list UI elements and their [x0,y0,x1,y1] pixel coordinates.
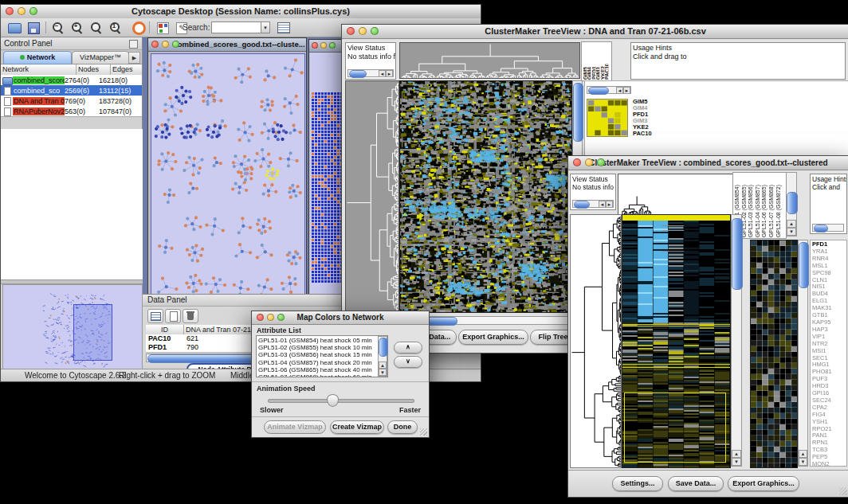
close-icon[interactable] [573,158,581,166]
zoom-window-icon[interactable] [29,7,37,15]
zoom-window-icon[interactable] [277,314,285,321]
tv1-heatmap-canvas[interactable] [399,80,572,313]
tab-overflow-icon[interactable]: ▶ [128,52,140,64]
close-icon[interactable] [6,7,14,15]
scroll-left-icon[interactable]: ◄ [599,201,606,208]
scroll-up-icon[interactable]: ▲ [787,220,796,228]
search-dropdown-icon[interactable]: ▼ [261,21,270,33]
attribute-grid-icon[interactable] [147,309,163,323]
scrollbar-thumb[interactable] [574,201,590,209]
scroll-down-icon[interactable]: ▼ [732,458,741,466]
tv2-top-vscrollbar[interactable]: ▲ ▼ [786,172,797,236]
network-overview-canvas[interactable] [2,284,143,374]
zoom-in-icon[interactable]: + [71,21,83,33]
animate-vizmap-button[interactable]: Animate Vizmap [264,420,326,434]
attribute-list-item[interactable]: GPL51-04 (GSM857) heat shock 20 min [258,359,386,366]
scrollbar-thumb[interactable] [732,218,743,290]
zoom-out-icon[interactable]: − [52,21,64,33]
scroll-up-icon[interactable]: ▲ [799,450,807,458]
attribute-list-item[interactable]: GPL51-01 (GSM854) heat shock 05 min [258,337,386,344]
scroll-left-icon[interactable]: ◄ [616,87,623,94]
dialog-titlebar[interactable]: Map Colors to Network [252,311,429,325]
scroll-right-icon[interactable]: ► [386,70,393,77]
attribute-list-vscrollbar[interactable]: ▲ ▼ [378,336,387,377]
zoom-selected-icon[interactable] [90,21,102,33]
minimize-icon[interactable] [267,314,274,321]
vizmapper-icon[interactable] [154,21,171,35]
zoom-window-icon[interactable] [172,41,179,48]
scrollbar-thumb[interactable] [573,83,583,142]
scroll-left-icon[interactable]: ◄ [379,70,386,77]
close-icon[interactable] [312,42,318,49]
network-row[interactable]: combined_sco2569(6)13112(15) [1,85,142,96]
tv1-zoom-thumbnail[interactable] [587,99,628,137]
scroll-down-icon[interactable]: ▼ [787,228,796,236]
speed-slider-thumb[interactable] [327,394,339,407]
scroll-up-icon[interactable]: ▲ [379,361,387,369]
tv1-thumb-hscrollbar[interactable]: ◄ ► [587,86,631,94]
tv2-heatmap-canvas[interactable] [622,214,731,468]
scrollbar-thumb[interactable] [787,192,798,214]
resize-grip[interactable] [839,487,847,495]
import-table-icon[interactable] [275,21,292,35]
minimize-icon[interactable] [162,41,169,48]
float-panel-icon[interactable] [129,40,138,49]
main-titlebar[interactable]: Cytoscape Desktop (Session Name: collins… [1,5,481,19]
tv2-status-hscrollbar[interactable]: ◄ ► [572,200,614,208]
close-icon[interactable] [151,41,159,48]
tv1-status-hscrollbar[interactable]: ◄ ► [347,69,394,77]
done-button[interactable]: Done [387,420,418,434]
zoom-fit-icon[interactable]: 1 [109,21,121,33]
network-row[interactable]: combined_scores2764(0)16218(0) [1,75,142,85]
attribute-list-item[interactable]: GPL51-07 (GSM868) heat shock 60 min [258,373,386,377]
gene-label[interactable]: MON2 [812,461,846,468]
treeview1-titlebar[interactable]: ClusterMaker TreeView : DNA and Tran 07-… [342,25,848,39]
scrollbar-thumb[interactable] [588,87,609,95]
resize-grip[interactable] [420,428,427,436]
tv2-row-dendrogram[interactable] [570,214,622,468]
zoom-window-icon[interactable] [329,42,336,49]
scrollbar-thumb[interactable] [814,225,828,232]
network-row[interactable]: RNAPuberNov2+!563(0)107847(0) [1,106,142,116]
save-icon[interactable] [25,21,42,35]
speed-slider-track[interactable] [268,399,414,403]
tv2-export-graphics-button[interactable]: Export Graphics... [728,476,799,491]
attribute-list[interactable]: GPL51-01 (GSM854) heat shock 05 minGPL51… [256,335,388,377]
delete-attribute-icon[interactable] [183,309,198,323]
search-input[interactable] [211,21,262,33]
move-down-button[interactable]: ∨ [394,356,422,368]
tv2-pixel-vscrollbar[interactable]: ▲ ▼ [798,240,808,467]
tab-network[interactable]: Network [3,51,72,64]
gene-label[interactable]: PAC10 [633,131,669,137]
move-up-button[interactable]: ∧ [394,342,422,354]
new-attribute-icon[interactable] [165,309,181,323]
scroll-down-icon[interactable]: ▼ [379,369,387,376]
attribute-list-item[interactable]: GPL51-03 (GSM856) heat shock 15 min [258,351,386,358]
zoom-window-icon[interactable] [371,27,379,35]
treeview2-titlebar[interactable]: ClusterMaker TreeView : combined_scores_… [568,156,848,170]
help-ring-icon[interactable] [130,21,147,35]
tv2-hints-hscrollbar[interactable] [812,224,844,232]
minimize-icon[interactable] [585,158,593,166]
tv1-row-dendrogram[interactable] [345,80,399,313]
zoom-window-icon[interactable] [597,158,605,166]
minimize-icon[interactable] [18,7,26,15]
scroll-up-icon[interactable]: ▲ [732,450,741,458]
tab-vizmapper[interactable]: VizMapper™ [72,51,129,64]
create-vizmap-button[interactable]: Create Vizmap [330,420,384,434]
scroll-right-icon[interactable]: ► [606,201,613,208]
minimize-icon[interactable] [320,42,327,49]
attribute-list-item[interactable]: GPL51-02 (GSM855) heat shock 10 min [258,344,386,351]
open-file-icon[interactable] [6,21,23,35]
minimize-icon[interactable] [359,27,367,35]
scrollbar-thumb[interactable] [349,70,367,78]
scroll-down-icon[interactable]: ▼ [799,458,807,466]
scrollbar-thumb[interactable] [379,338,388,357]
attribute-list-item[interactable]: GPL51-06 (GSM865) heat shock 40 min [258,366,386,373]
network-row[interactable]: DNA and Tran 07769(0)183728(0) [1,96,142,106]
tv2-column-dendrogram[interactable] [618,174,733,216]
tv2-heatmap-vscrollbar[interactable]: ▲ ▼ [731,214,742,467]
scroll-right-icon[interactable]: ► [623,87,630,94]
tv2-save-data-button[interactable]: Save Data... [668,476,724,491]
tv1-column-dendrogram[interactable] [399,42,580,79]
